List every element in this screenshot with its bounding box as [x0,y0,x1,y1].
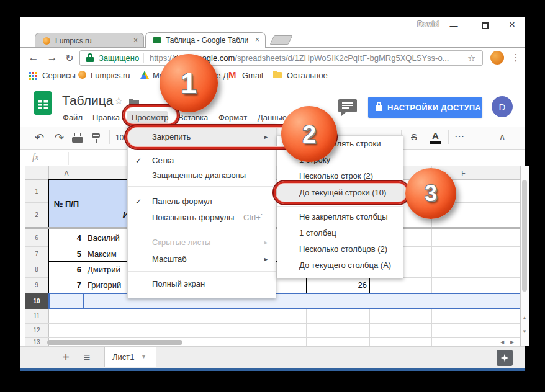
submenu-item-several-columns[interactable]: Несколько столбцов (2) [299,244,387,254]
gridline [25,337,520,338]
omnibox[interactable]: Защищено https://docs.google.com/spreads… [79,50,483,66]
annotation-ring-current-row [274,181,409,204]
cell-d9[interactable]: 26 [306,277,370,293]
row-header-1[interactable]: 1 [25,180,48,202]
scroll-left-icon[interactable]: ◀ [500,339,504,345]
cell-a8[interactable]: 6 [48,261,84,278]
submenu-item-one-column[interactable]: 1 столбец [299,228,336,238]
cell-a7[interactable]: 5 [48,246,84,262]
strikethrough-icon[interactable]: S [411,131,417,142]
menu-separator [277,206,403,207]
menu-item-grid-lines[interactable]: Сетка [152,156,174,165]
column-header-a[interactable]: A [49,167,84,179]
menu-item-show-formulas[interactable]: Показывать формулы [152,213,234,222]
collapse-toolbar-icon[interactable]: ∧ [499,131,505,141]
submenu-item-up-to-current-column[interactable]: До текущего столбца (А) [299,261,391,270]
scroll-down-icon[interactable]: ▼ [522,329,527,334]
selection-bottom-border [48,308,520,309]
cell-a9[interactable]: 7 [48,277,84,293]
toolbar-separator [448,130,449,144]
submenu-item-several-rows[interactable]: Несколько строк (2) [299,171,373,180]
bookmark-gmail[interactable]: Gmail [242,71,263,80]
bookmark-lumpics[interactable]: Lumpics.ru [91,71,130,80]
more-tools-icon[interactable]: ⋯ [454,130,464,142]
close-button[interactable]: × [504,19,520,31]
tab-active[interactable]: Таблица - Google Табли × [145,32,266,48]
scroll-right-icon[interactable]: ▶ [510,339,514,345]
explore-button[interactable] [497,350,513,366]
account-avatar[interactable]: D [492,96,513,117]
comment-icon[interactable] [338,99,357,112]
menu-item-full-screen[interactable]: Полный экран [152,279,205,288]
lock-icon-body [376,105,382,111]
reload-button[interactable]: ↻ [62,51,77,65]
titlebar-watermark: David [417,19,439,29]
bookmark-star-icon[interactable]: ☆ [467,53,475,64]
row-header-2[interactable]: 2 [25,203,48,226]
menu-edit[interactable]: Правка [92,113,120,122]
toolbar-separator [109,130,110,144]
row-header-11[interactable]: 11 [25,308,48,323]
active-cell-a10[interactable] [48,293,84,309]
tab-inactive[interactable]: Lumpics.ru × [35,33,144,48]
browser-profile-avatar[interactable] [490,51,504,65]
explore-star-icon [501,354,509,362]
menu-insert[interactable]: Вставка [178,113,208,122]
menu-item-protected-ranges[interactable]: Защищенные диапазоны [152,171,246,180]
undo-icon[interactable]: ↶ [35,131,44,145]
doc-title[interactable]: Таблица [62,93,113,108]
row-header-9[interactable]: 9 [25,277,48,293]
tab-close-icon[interactable]: × [255,35,259,44]
back-button[interactable]: ← [26,51,41,65]
selected-row-band[interactable] [48,294,520,308]
text-color-icon[interactable]: A [432,130,439,141]
fx-label: fx [32,153,38,163]
lumpics-bookmark-icon [78,71,86,79]
forward-button[interactable]: → [45,51,60,65]
cell-a6[interactable]: 4 [48,229,84,247]
folder-icon-tab [273,71,277,73]
callout-number: 3 [425,180,437,207]
sheet-tab-active[interactable]: Лист1 ▾ [104,347,156,367]
menu-item-formula-bar[interactable]: Панель формул [152,197,212,206]
sheet-tab-caret-icon[interactable]: ▾ [142,353,145,360]
check-icon: ✓ [135,197,142,206]
scroll-up-icon[interactable]: ▲ [522,315,527,321]
menu-data[interactable]: Данные [258,113,287,122]
comment-icon-tail [341,112,346,117]
menu-file[interactable]: Файл [63,113,83,122]
add-sheet-button[interactable]: + [58,350,73,365]
bookmark-services[interactable]: Сервисы [42,71,76,80]
tab-close-icon[interactable]: × [133,36,138,45]
minimize-button[interactable]: — [444,20,463,31]
callout-number: 1 [181,66,197,100]
row-header-10-selected[interactable]: 10 [25,293,48,309]
paint-format-icon[interactable] [92,133,100,138]
row-header-7[interactable]: 7 [25,246,48,262]
url-path: /spreadsheets/d/1ZHpWoSIK2cPqItF-bgMRg5X… [235,53,449,63]
menu-format[interactable]: Формат [218,113,247,122]
screenshot-root: David — × Lumpics.ru × Таблица - Google … [0,0,545,392]
share-button[interactable]: НАСТРОЙКИ ДОСТУПА [368,97,482,118]
bookmarks-divider [20,84,525,84]
menu-item-hidden-sheets[interactable]: Скрытые листы [152,238,210,247]
star-doc-icon[interactable]: ☆ [114,95,123,107]
redo-icon[interactable]: ↷ [55,131,64,145]
cell-a1-merged[interactable]: № П/П [48,179,84,228]
bookmark-other[interactable]: Остальное [287,71,328,80]
row-header-6[interactable]: 6 [25,229,48,246]
all-sheets-button[interactable]: ≡ [79,350,94,365]
submenu-item-no-frozen-columns[interactable]: Не закреплять столбцы [299,212,388,221]
gridline [25,323,520,324]
horizontal-scrollbar-thumb[interactable] [47,340,182,345]
row-header-12[interactable]: 12 [25,323,48,337]
paint-format-handle [96,139,97,143]
maximize-button[interactable] [482,22,489,29]
sheets-favicon [153,37,161,44]
print-icon[interactable] [72,137,83,143]
chrome-menu-icon[interactable]: ⋮ [510,51,521,65]
menu-item-zoom[interactable]: Масштаб [152,254,187,264]
row-header-8[interactable]: 8 [25,262,48,277]
vertical-scrollbar-thumb[interactable] [522,180,527,292]
row-header-13[interactable]: 13 [25,337,48,346]
